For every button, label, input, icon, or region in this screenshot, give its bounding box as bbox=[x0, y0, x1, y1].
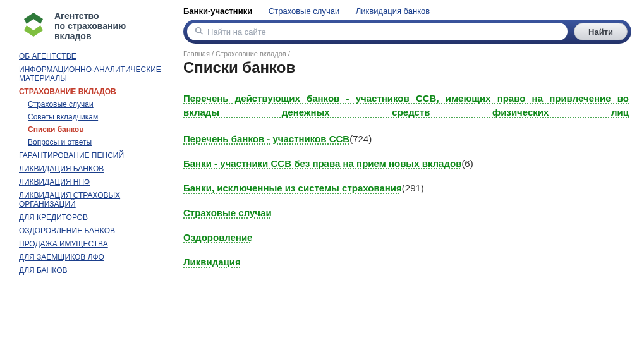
search-input-wrap[interactable] bbox=[187, 23, 568, 40]
nav-pensions[interactable]: ГАРАНТИРОВАНИЕ ПЕНСИЙ bbox=[19, 151, 124, 160]
breadcrumb: Главная / Страхование вкладов / bbox=[183, 50, 631, 58]
nav-about[interactable]: ОБ АГЕНТСТВЕ bbox=[19, 52, 76, 61]
nav-sub-advice[interactable]: Советы вкладчикам bbox=[28, 112, 98, 121]
link-rehab[interactable]: Оздоровление bbox=[183, 232, 252, 243]
nav-creditors[interactable]: ДЛЯ КРЕДИТОРОВ bbox=[19, 213, 88, 222]
link-liquidation[interactable]: Ликвидация bbox=[183, 257, 241, 267]
tab-bank-liquidation[interactable]: Ликвидация банков bbox=[356, 6, 430, 16]
search-input[interactable] bbox=[207, 27, 560, 37]
tab-bank-participants[interactable]: Банки-участники bbox=[183, 6, 252, 16]
page-title: Списки банков bbox=[183, 59, 631, 76]
nav-bankliq[interactable]: ЛИКВИДАЦИЯ БАНКОВ bbox=[19, 164, 104, 173]
search-icon bbox=[195, 27, 204, 37]
search-button[interactable]: Найти bbox=[574, 23, 628, 40]
link-excluded-banks[interactable]: Банки, исключенные из системы страховани… bbox=[183, 183, 402, 193]
sidebar-nav: ОБ АГЕНТСТВЕ ИНФОРМАЦИОННО-АНАЛИТИЧЕСКИЕ… bbox=[19, 52, 167, 275]
nav-lfo[interactable]: ДЛЯ ЗАЕМЩИКОВ ЛФО bbox=[19, 253, 104, 262]
nav-info[interactable]: ИНФОРМАЦИОННО-АНАЛИТИЧЕСКИЕ МАТЕРИАЛЫ bbox=[19, 65, 161, 83]
site-logo[interactable]: Агентство по страхованию вкладов bbox=[19, 6, 167, 46]
nav-sub-qna[interactable]: Вопросы и ответы bbox=[28, 138, 92, 147]
nav-sub-cases[interactable]: Страховые случаи bbox=[28, 100, 94, 109]
link-participant-banks[interactable]: Перечень банков - участников ССВ bbox=[183, 133, 349, 144]
count-participant-banks: (724) bbox=[349, 133, 372, 144]
svg-point-0 bbox=[196, 27, 201, 32]
link-insurance-cases[interactable]: Страховые случаи bbox=[183, 207, 272, 218]
nav-npfliq[interactable]: ЛИКВИДАЦИЯ НПФ bbox=[19, 178, 90, 186]
top-tabs: Банки-участники Страховые случаи Ликвида… bbox=[183, 6, 631, 16]
link-active-banks[interactable]: Перечень действующих банков - участников… bbox=[183, 93, 629, 118]
nav-sub-lists[interactable]: Списки банков bbox=[28, 125, 84, 134]
tab-insurance-cases[interactable]: Страховые случаи bbox=[269, 6, 339, 16]
count-excluded-banks: (291) bbox=[402, 183, 424, 193]
nav-insorgliq[interactable]: ЛИКВИДАЦИЯ СТРАХОВЫХ ОРГАНИЗАЦИЙ bbox=[19, 191, 120, 209]
nav-sales[interactable]: ПРОДАЖА ИМУЩЕСТВА bbox=[19, 240, 108, 248]
logo-text: Агентство по страхованию вкладов bbox=[54, 11, 126, 41]
content-list: Перечень действующих банков - участников… bbox=[183, 92, 631, 267]
logo-icon bbox=[19, 10, 48, 42]
search-bar: Найти bbox=[183, 20, 631, 44]
link-restricted-banks[interactable]: Банки - участники ССВ без права на прием… bbox=[183, 158, 461, 169]
count-restricted-banks: (6) bbox=[461, 158, 473, 169]
svg-line-1 bbox=[200, 32, 203, 34]
nav-rehab[interactable]: ОЗДОРОВЛЕНИЕ БАНКОВ bbox=[19, 226, 115, 235]
nav-insurance[interactable]: СТРАХОВАНИЕ ВКЛАДОВ bbox=[19, 87, 116, 96]
nav-forbanks[interactable]: ДЛЯ БАНКОВ bbox=[19, 266, 67, 275]
